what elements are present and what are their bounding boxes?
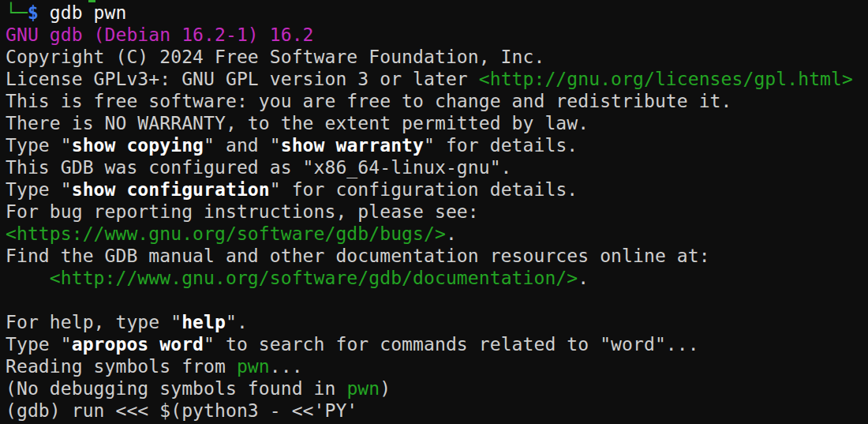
text-segment: . <box>446 223 457 244</box>
text-segment: Type " <box>6 135 72 156</box>
text-segment: This GDB was configured as "x86_64-linux… <box>6 157 512 178</box>
show-warranty-command: show warranty <box>281 135 424 156</box>
manual-line: Find the GDB manual and other documentat… <box>6 245 868 267</box>
text-segment: For bug reporting instructions, please s… <box>6 201 479 222</box>
apropos-line: Type "apropos word" to search for comman… <box>6 333 868 355</box>
show-copying-command: show copying <box>72 135 204 156</box>
text-segment: ". <box>226 312 248 332</box>
text-segment: Reading symbols from <box>6 356 237 377</box>
no-debug-symbols-line: (No debugging symbols found in pwn) <box>6 377 868 400</box>
license-line: License GPLv3+: GNU GPL version 3 or lat… <box>6 68 868 90</box>
text-segment: Type " <box>6 179 72 200</box>
blank-line <box>6 289 868 311</box>
text-segment: This is free software: you are free to c… <box>6 91 732 111</box>
text-segment: ... <box>270 356 303 377</box>
gdb-version-text: GNU gdb (Debian 16.2-1) 16.2 <box>6 24 314 45</box>
typed-command: gdb pwn <box>50 2 127 23</box>
text-segment <box>6 268 50 288</box>
binary-name: pwn <box>346 378 380 399</box>
prompt-line: └─$ gdb pwn <box>6 2 868 24</box>
bugs-url-link[interactable]: <https://www.gnu.org/software/gdb/bugs/> <box>6 223 446 244</box>
bug-reporting-line: For bug reporting instructions, please s… <box>6 201 868 223</box>
free-software-line: This is free software: you are free to c… <box>6 90 868 112</box>
gdb-version-line: GNU gdb (Debian 16.2-1) 16.2 <box>6 24 868 46</box>
text-segment: There is NO WARRANTY, to the extent perm… <box>6 113 589 133</box>
text-segment: " and " <box>204 135 281 156</box>
show-copying-line: Type "show copying" and "show warranty" … <box>6 134 868 156</box>
prompt-corner-icon: └─ <box>6 2 28 23</box>
text-segment: " for details. <box>424 135 578 156</box>
documentation-url-link[interactable]: <http://www.gnu.org/software/gdb/documen… <box>50 268 578 288</box>
configured-line: This GDB was configured as "x86_64-linux… <box>6 156 868 178</box>
binary-name: pwn <box>237 356 270 377</box>
text-segment: License GPLv3+: GNU GPL version 3 or lat… <box>6 69 479 89</box>
terminal-output: └─$ gdb pwnGNU gdb (Debian 16.2-1) 16.2C… <box>6 2 868 422</box>
text-segment: . <box>578 268 589 288</box>
text-segment: For help, type " <box>6 312 181 332</box>
text-segment: " to search for commands related to "wor… <box>204 334 699 355</box>
text-segment: " for configuration details. <box>270 179 578 200</box>
help-line: For help, type "help". <box>6 311 868 333</box>
text-segment: ) <box>380 378 391 399</box>
help-command: help <box>181 312 226 332</box>
typed-command: run <<< $(python3 - <<'PY' <box>72 400 358 421</box>
gdb-prompt: (gdb) <box>6 400 72 421</box>
text-segment: (No debugging symbols found in <box>6 378 346 399</box>
gdb-command-line: (gdb) run <<< $(python3 - <<'PY' <box>6 400 868 422</box>
prompt-dollar: $ <box>28 2 39 23</box>
bugs-url-line: <https://www.gnu.org/software/gdb/bugs/>… <box>6 223 868 245</box>
text-segment: Copyright (C) 2024 Free Software Foundat… <box>6 47 544 67</box>
copyright-line: Copyright (C) 2024 Free Software Foundat… <box>6 46 868 68</box>
documentation-url-line: <http://www.gnu.org/software/gdb/documen… <box>6 267 868 289</box>
text-segment <box>39 2 50 23</box>
gpl-url-link[interactable]: <http://gnu.org/licenses/gpl.html> <box>479 69 853 89</box>
apropos-command: apropos word <box>72 334 204 355</box>
terminal-screen[interactable]: └─$ gdb pwnGNU gdb (Debian 16.2-1) 16.2C… <box>0 0 868 424</box>
text-segment: Type " <box>6 334 72 355</box>
warranty-line: There is NO WARRANTY, to the extent perm… <box>6 112 868 134</box>
text-segment: Find the GDB manual and other documentat… <box>6 246 710 266</box>
show-configuration-command: show configuration <box>72 179 270 200</box>
show-configuration-line: Type "show configuration" for configurat… <box>6 178 868 201</box>
reading-symbols-line: Reading symbols from pwn... <box>6 355 868 377</box>
